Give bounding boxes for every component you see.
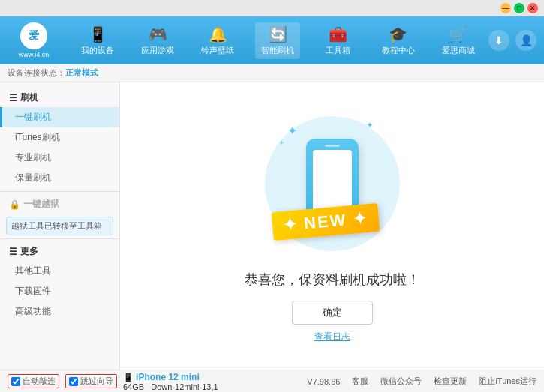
app-game-icon: 🎮 bbox=[149, 25, 167, 43]
flash-section-icon: ☰ bbox=[9, 93, 17, 103]
device-icon: 📱 bbox=[123, 373, 134, 382]
sidebar: ☰ 刷机 一键刷机 iTunes刷机 专业刷机 保量刷机 🔒 一键越狱 越狱工具… bbox=[0, 82, 120, 370]
sidebar-item-pro-flash[interactable]: 专业刷机 bbox=[0, 148, 119, 168]
app-store-icon: 🛒 bbox=[449, 25, 467, 43]
flash-section-label: 刷机 bbox=[20, 91, 38, 104]
sidebar-section-flash: ☰ 刷机 bbox=[0, 88, 119, 107]
auto-connect-checkbox[interactable] bbox=[11, 377, 20, 386]
nav-app-store[interactable]: 🛒 爱思商城 bbox=[436, 22, 481, 59]
sidebar-item-download-firmware[interactable]: 下载固件 bbox=[0, 281, 119, 301]
smart-shop-label: 智能刷机 bbox=[261, 45, 294, 56]
sidebar-divider-2 bbox=[0, 238, 119, 239]
phone-screen bbox=[313, 150, 352, 213]
sidebar-section-more: ☰ 更多 bbox=[0, 242, 119, 261]
via-wizard-label: 跳过向导 bbox=[80, 376, 113, 387]
confirm-button[interactable]: 确定 bbox=[292, 301, 373, 325]
sidebar-item-advanced[interactable]: 高级功能 bbox=[0, 301, 119, 322]
view-log-link[interactable]: 查看日志 bbox=[314, 331, 350, 343]
status-prefix: 设备连接状态： bbox=[8, 67, 65, 79]
version-label: V7.98.66 bbox=[307, 377, 340, 386]
sidebar-item-save-flash[interactable]: 保量刷机 bbox=[0, 168, 119, 188]
jailbreak-section-label: 一键越狱 bbox=[23, 198, 59, 211]
sidebar-item-itunes-flash[interactable]: iTunes刷机 bbox=[0, 127, 119, 148]
stop-itunes-link[interactable]: 阻止iTunes运行 bbox=[479, 376, 536, 387]
tutorial-label: 教程中心 bbox=[382, 45, 415, 56]
nav-my-device[interactable]: 📱 我的设备 bbox=[75, 22, 120, 59]
wechat-link[interactable]: 微信公众号 bbox=[380, 376, 422, 387]
my-device-icon: 📱 bbox=[89, 25, 107, 43]
new-star-left: ✦ bbox=[282, 214, 305, 235]
new-badge-text: NEW bbox=[303, 211, 347, 233]
bottom-bar: 自动敲连 跳过向导 📱 iPhone 12 mini 64GB Down-12m… bbox=[0, 370, 544, 392]
toolbox-icon: 🧰 bbox=[329, 25, 347, 43]
check-update-link[interactable]: 检查更新 bbox=[434, 376, 467, 387]
new-star-right: ✦ bbox=[352, 208, 368, 229]
maximize-button[interactable]: □ bbox=[514, 3, 524, 13]
title-bar: — □ ✕ bbox=[0, 0, 544, 16]
jailbreak-info-box: 越狱工具已转移至工具箱 bbox=[6, 217, 113, 235]
my-device-label: 我的设备 bbox=[81, 45, 114, 56]
via-wizard-checkbox-label[interactable]: 跳过向导 bbox=[65, 374, 117, 388]
sparkle-left: ✦ bbox=[278, 139, 284, 147]
logo-text: www.i4.cn bbox=[19, 51, 50, 58]
logo-icon: 爱 bbox=[20, 22, 47, 49]
ringtone-label: 铃声壁纸 bbox=[201, 45, 234, 56]
app-store-label: 爱思商城 bbox=[442, 45, 475, 56]
status-value: 正常模式 bbox=[65, 67, 98, 79]
app-game-label: 应用游戏 bbox=[141, 45, 174, 56]
close-button[interactable]: ✕ bbox=[527, 3, 538, 13]
bottom-right: V7.98.66 客服 微信公众号 检查更新 阻止iTunes运行 bbox=[307, 376, 536, 387]
toolbox-label: 工具箱 bbox=[326, 45, 350, 56]
sidebar-item-one-click-flash[interactable]: 一键刷机 bbox=[0, 107, 119, 127]
sparkle-top-left: ✦ bbox=[287, 124, 297, 138]
phone-illustration: ✦ ✦ ✦ ✦ NEW ✦ bbox=[257, 109, 407, 259]
nav-smart-shop[interactable]: 🔄 智能刷机 bbox=[255, 22, 300, 59]
lock-icon: 🔒 bbox=[9, 199, 20, 210]
customer-service-link[interactable]: 客服 bbox=[352, 376, 368, 387]
success-text: 恭喜您，保资料刷机成功啦！ bbox=[245, 271, 420, 289]
content-area: ✦ ✦ ✦ ✦ NEW ✦ 恭喜您，保资料刷机成功啦！ 确定 查看日志 bbox=[120, 82, 544, 370]
sidebar-item-other-tools[interactable]: 其他工具 bbox=[0, 261, 119, 281]
more-section-icon: ☰ bbox=[9, 247, 17, 257]
via-wizard-checkbox[interactable] bbox=[69, 377, 78, 386]
tutorial-icon: 🎓 bbox=[389, 25, 407, 43]
nav-app-game[interactable]: 🎮 应用游戏 bbox=[135, 22, 180, 59]
device-storage: 64GB bbox=[123, 382, 144, 391]
auto-connect-label: 自动敲连 bbox=[23, 376, 56, 387]
more-section-label: 更多 bbox=[20, 245, 38, 258]
sidebar-divider-1 bbox=[0, 191, 119, 192]
minimize-button[interactable]: — bbox=[500, 3, 511, 13]
nav-ringtone[interactable]: 🔔 铃声壁纸 bbox=[195, 22, 240, 59]
auto-connect-checkbox-label[interactable]: 自动敲连 bbox=[8, 374, 59, 388]
device-info: 📱 iPhone 12 mini 64GB Down-12mini-13,1 bbox=[123, 372, 218, 391]
logo-area: 爱 www.i4.cn bbox=[8, 22, 60, 58]
nav-toolbox[interactable]: 🧰 工具箱 bbox=[316, 22, 361, 59]
nav-items: 📱 我的设备 🎮 应用游戏 🔔 铃声壁纸 🔄 智能刷机 🧰 工具箱 🎓 教程中心… bbox=[68, 22, 488, 59]
main-content: ☰ 刷机 一键刷机 iTunes刷机 专业刷机 保量刷机 🔒 一键越狱 越狱工具… bbox=[0, 82, 544, 370]
sparkle-top-right: ✦ bbox=[366, 120, 374, 130]
phone-speaker bbox=[325, 145, 340, 147]
device-system: Down-12mini-13,1 bbox=[151, 382, 218, 391]
nav-tutorial[interactable]: 🎓 教程中心 bbox=[376, 22, 421, 59]
smart-shop-icon: 🔄 bbox=[269, 25, 287, 43]
status-bar: 设备连接状态： 正常模式 bbox=[0, 64, 544, 82]
user-button[interactable]: 👤 bbox=[515, 30, 536, 51]
device-name: iPhone 12 mini bbox=[136, 372, 200, 382]
header-right: ⬇ 👤 bbox=[488, 30, 536, 51]
ringtone-icon: 🔔 bbox=[209, 25, 227, 43]
header: 爱 www.i4.cn 📱 我的设备 🎮 应用游戏 🔔 铃声壁纸 🔄 智能刷机 … bbox=[0, 16, 544, 64]
bottom-left: 自动敲连 跳过向导 📱 iPhone 12 mini 64GB Down-12m… bbox=[8, 372, 218, 391]
download-button[interactable]: ⬇ bbox=[488, 30, 509, 51]
sidebar-section-jailbreak: 🔒 一键越狱 bbox=[0, 195, 119, 214]
